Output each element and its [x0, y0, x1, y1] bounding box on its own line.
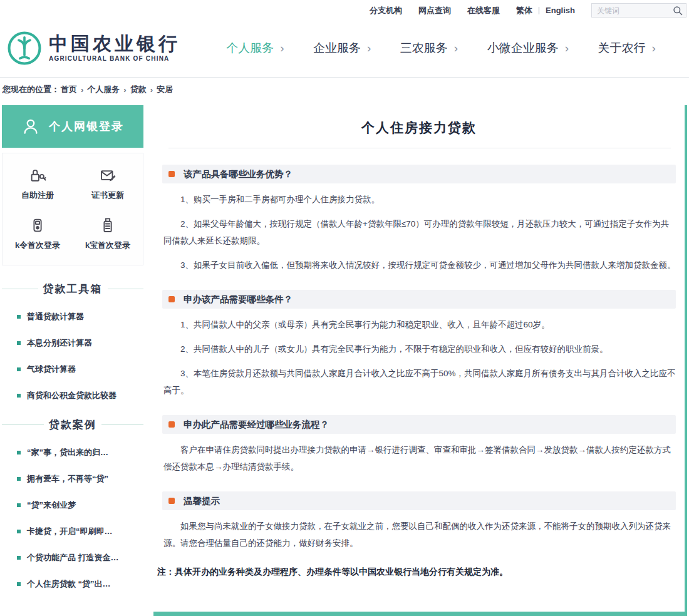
breadcrumb-prefix: 您现在的位置： — [3, 84, 60, 95]
orange-bullet-icon — [168, 421, 175, 428]
square-bullet-icon — [17, 367, 21, 371]
orange-bullet-icon — [168, 296, 175, 302]
section-heading-label: 温馨提示 — [184, 495, 220, 507]
sidebar-item-ordinary-loan-calculator[interactable]: 普通贷款计算器 — [17, 311, 143, 322]
sidebar-item-case-4[interactable]: 卡捷贷，开启“即刷即… — [17, 526, 143, 537]
site-search — [591, 3, 686, 18]
breadcrumb-separator — [81, 85, 83, 95]
section-title: 贷款工具箱 — [43, 282, 103, 296]
breadcrumb-separator — [123, 85, 126, 95]
paragraph: 3、本笔住房贷款月还款额与共同借款人家庭月合计收入之比应不高于50%，共同借款人… — [163, 365, 677, 399]
square-bullet-icon — [17, 530, 21, 533]
paragraph: 1、购买一手房和二手房都可办理个人住房接力贷款。 — [163, 191, 677, 208]
breadcrumb-housing[interactable]: 安居 — [157, 84, 173, 95]
divider — [101, 424, 143, 425]
quick-link-self-register[interactable]: 自助注册 — [3, 166, 73, 201]
top-utility-bar: 分支机构 网点查询 在线客服 繁体 English — [0, 0, 689, 19]
personal-ebank-login-button[interactable]: 个人网银登录 — [2, 105, 143, 148]
page: 分支机构 网点查询 在线客服 繁体 English — [0, 0, 689, 616]
breadcrumb-personal-services[interactable]: 个人服务 — [87, 84, 120, 95]
quick-links-panel: 自助注册 证书更新 — [2, 153, 143, 265]
top-link-english[interactable]: English — [546, 6, 575, 15]
sidebar-item-case-6[interactable]: 个人住房贷款 “贷”出… — [17, 578, 143, 590]
sidebar-item-case-2[interactable]: 拥有爱车，不再等“贷” — [17, 473, 143, 485]
square-bullet-icon — [17, 315, 21, 319]
square-bullet-icon — [17, 451, 21, 454]
paragraph: 客户在申请住房贷款同时提出办理接力贷款的申请→银行进行调查、审查和审批→签署借款… — [163, 441, 677, 475]
sidebar-item-loan-comparator[interactable]: 商贷和公积金贷款比较器 — [17, 390, 143, 401]
search-input[interactable] — [597, 6, 672, 15]
section-heading-label: 申办此产品需要经过哪些业务流程？ — [184, 419, 329, 431]
article-panel: 个人住房接力贷款 该产品具备哪些业务优势？ 1、购买一手房和二手房都可办理个人住… — [153, 105, 687, 616]
divider — [108, 289, 144, 289]
divider — [539, 7, 539, 14]
language-switch: 繁体 English — [516, 5, 575, 16]
quick-link-ktoken-first-login[interactable]: k令首次登录 — [3, 216, 73, 251]
divider — [2, 424, 44, 425]
section-heading-label: 申办该产品需要哪些条件？ — [184, 294, 293, 305]
paragraph: 如果您与尚未就业的子女做接力贷款，在子女就业之前，您要以自己和配偶的收入作为还贷… — [163, 518, 677, 552]
breadcrumb: 您现在的位置： 首页 个人服务 贷款 安居 — [0, 78, 689, 101]
lock-key-icon — [28, 166, 47, 185]
orange-bullet-icon — [168, 498, 175, 504]
orange-bullet-icon — [168, 171, 175, 177]
divider — [2, 289, 38, 289]
quick-link-label: 证书更新 — [91, 190, 124, 201]
section-heading-conditions: 申办该产品需要哪些条件？ — [162, 290, 676, 309]
top-link-online-service[interactable]: 在线客服 — [467, 5, 500, 16]
square-bullet-icon — [17, 556, 21, 560]
sidebar-item-label: 气球贷计算器 — [27, 364, 76, 375]
paragraph: 2、共同借款人中的儿子（或女儿）具有完全民事行为能力，不限于有稳定的职业和收入，… — [163, 341, 677, 357]
quick-link-kbao-first-login[interactable]: k宝首次登录 — [73, 216, 143, 251]
sidebar-item-label: “家”事，贷出来的归… — [27, 447, 108, 458]
certificate-icon — [98, 166, 117, 185]
bank-logo[interactable]: 中国农业银行 AGRICULTURAL BANK OF CHINA — [6, 30, 180, 66]
nav-about-abc[interactable]: 关于农行 — [598, 40, 655, 56]
quick-link-label: 自助注册 — [21, 190, 54, 201]
nav-small-business-services[interactable]: 小微企业服务 — [487, 40, 569, 56]
sidebar-item-label: 个人住房贷款 “贷”出… — [27, 578, 111, 590]
quick-link-certificate-update[interactable]: 证书更新 — [73, 166, 143, 201]
person-icon — [21, 117, 40, 136]
section-heading-tips: 温馨提示 — [162, 491, 676, 510]
quick-link-label: k令首次登录 — [15, 240, 60, 251]
nav-rural-services[interactable]: 三农服务 — [400, 40, 458, 56]
paragraph: 1、共同借款人中的父亲（或母亲）具有完全民事行为能力和稳定职业、收入，且年龄不超… — [163, 316, 677, 333]
sidebar-item-label: 拥有爱车，不再等“贷” — [27, 473, 108, 485]
sidebar: 个人网银登录 自助注册 — [2, 105, 143, 616]
sidebar-item-label: 商贷和公积金贷款比较器 — [27, 390, 117, 401]
square-bullet-icon — [17, 503, 21, 507]
sidebar-item-label: 普通贷款计算器 — [27, 311, 84, 322]
sidebar-item-case-5[interactable]: 个贷功能产品 打造资金… — [17, 552, 143, 563]
breadcrumb-home[interactable]: 首页 — [61, 84, 77, 95]
paragraph: 2、如果父母年龄偏大，按现行规定（借款人年龄+贷款年限≤70）可办理的贷款年限较… — [163, 215, 677, 249]
logo-subtitle: AGRICULTURAL BANK OF CHINA — [49, 55, 180, 62]
sidebar-item-principal-interest-calculator[interactable]: 本息分别还计算器 — [17, 337, 143, 349]
top-link-traditional-chinese[interactable]: 繁体 — [516, 5, 532, 16]
site-header: 中国农业银行 AGRICULTURAL BANK OF CHINA 个人服务 企… — [0, 19, 689, 78]
sidebar-item-balloon-loan-calculator[interactable]: 气球贷计算器 — [17, 364, 143, 375]
top-link-outlet-search[interactable]: 网点查询 — [418, 5, 451, 16]
nav-corporate-services[interactable]: 企业服务 — [313, 40, 371, 56]
section-heading-label: 该产品具备哪些业务优势？ — [184, 168, 293, 180]
loan-toolbox-section: 贷款工具箱 普通贷款计算器 本息分别还计算器 气球贷计算器 商贷和 — [2, 282, 143, 401]
top-link-branches[interactable]: 分支机构 — [370, 5, 402, 16]
loan-toolbox-heading: 贷款工具箱 — [2, 282, 143, 296]
search-icon[interactable] — [672, 5, 683, 16]
usb-key-icon — [98, 216, 117, 235]
section-title: 贷款案例 — [49, 418, 96, 432]
logo-text: 中国农业银行 AGRICULTURAL BANK OF CHINA — [49, 34, 180, 62]
square-bullet-icon — [17, 582, 21, 586]
nav-personal-services[interactable]: 个人服务 — [226, 40, 284, 56]
sidebar-item-label: “贷”来创业梦 — [27, 500, 76, 511]
sidebar-item-case-3[interactable]: “贷”来创业梦 — [17, 500, 143, 511]
section-heading-process: 申办此产品需要经过哪些业务流程？ — [162, 415, 676, 434]
breadcrumb-separator — [150, 85, 153, 95]
breadcrumb-loans[interactable]: 贷款 — [130, 84, 147, 95]
loan-cases-section: 贷款案例 “家”事，贷出来的归… 拥有爱车，不再等“贷” “贷”来创业梦 — [2, 418, 143, 590]
primary-nav: 个人服务 企业服务 三农服务 小微企业服务 关于农行 — [212, 40, 670, 56]
token-device-icon — [28, 216, 47, 235]
sidebar-item-label: 本息分别还计算器 — [27, 337, 92, 349]
sidebar-item-case-1[interactable]: “家”事，贷出来的归… — [17, 447, 143, 458]
square-bullet-icon — [17, 477, 21, 481]
